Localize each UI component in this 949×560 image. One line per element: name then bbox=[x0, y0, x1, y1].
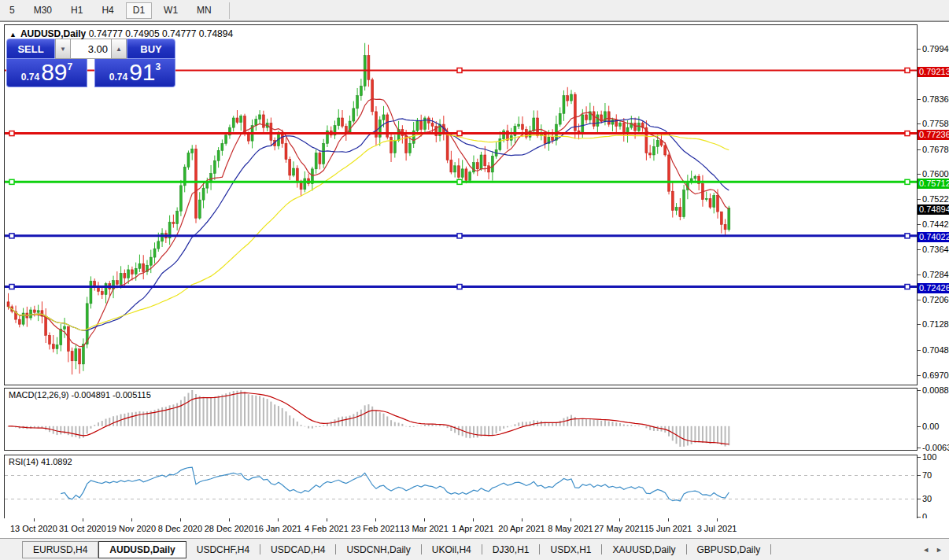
date-tick bbox=[229, 518, 230, 521]
date-axis: 13 Oct 202031 Oct 202019 Nov 20208 Dec 2… bbox=[0, 518, 949, 539]
ma-slow bbox=[9, 134, 729, 331]
price-tick-0.74420: 0.74420 bbox=[918, 219, 949, 230]
date-label-4-feb-2021: 4 Feb 2021 bbox=[305, 524, 349, 533]
date-tick bbox=[473, 518, 474, 521]
chart-symbol-label: AUDUSD,Daily bbox=[20, 28, 86, 39]
toolbar-separator bbox=[229, 2, 230, 19]
bid-pipette: 7 bbox=[68, 61, 73, 87]
price-tick-0.76780: 0.76780 bbox=[918, 145, 949, 155]
timeframe-button-w1[interactable]: W1 bbox=[157, 2, 185, 19]
tab-gbpusd-daily[interactable]: GBPUSD,Daily bbox=[687, 541, 771, 558]
tab-dj30-h1[interactable]: DJ30,H1 bbox=[482, 541, 540, 558]
volume-input[interactable] bbox=[71, 39, 111, 59]
price-badge-0.77236: 0.77236 bbox=[918, 130, 949, 140]
macd-axis-0.008871: 0.008871 bbox=[918, 385, 949, 396]
tab-scroll-right-icon[interactable]: ► bbox=[936, 546, 943, 554]
date-label-27-may-2021: 27 May 2021 bbox=[594, 524, 644, 533]
date-label-8-may-2021: 8 May 2021 bbox=[548, 524, 593, 533]
date-label-31-oct-2020: 31 Oct 2020 bbox=[59, 524, 106, 533]
price-tick-0.72060: 0.72060 bbox=[918, 295, 949, 305]
tab-scroll-left-icon[interactable]: ◄ bbox=[922, 546, 929, 554]
tab-usdx-h1[interactable]: USDX,H1 bbox=[540, 541, 601, 558]
hline-0.72426[interactable] bbox=[5, 285, 917, 289]
date-label-19-nov-2020: 19 Nov 2020 bbox=[107, 524, 156, 533]
date-tick bbox=[131, 518, 132, 521]
timeframe-button-m30[interactable]: M30 bbox=[27, 2, 59, 19]
price-badge-0.75712: 0.75712 bbox=[918, 179, 949, 189]
bid-prefix: 0.74 bbox=[21, 72, 39, 83]
ask-big-digits: 91 bbox=[129, 59, 155, 87]
bid-price-display[interactable]: 0.74 89 7 bbox=[6, 59, 87, 87]
chart-tab-bar: EURUSD,H4AUDUSD,DailyUSDCHF,H4USDCAD,H4U… bbox=[0, 538, 949, 560]
chart-title: ▲AUDUSD,Daily 0.74777 0.74905 0.74777 0.… bbox=[9, 28, 233, 39]
rsi-axis-30: 30 bbox=[918, 494, 949, 504]
candles bbox=[7, 43, 730, 375]
price-tick-0.71280: 0.71280 bbox=[918, 319, 949, 330]
volume-increase-button[interactable]: ▲ bbox=[111, 39, 127, 59]
date-label-3-jul-2021: 3 Jul 2021 bbox=[697, 524, 737, 533]
rsi-indicator-label: RSI(14) 41.0892 bbox=[9, 457, 72, 466]
price-tick-0.70480: 0.70480 bbox=[918, 345, 949, 356]
tab-separator bbox=[770, 544, 771, 554]
date-tick bbox=[375, 518, 376, 521]
current-price-badge: 0.74894 bbox=[918, 204, 949, 215]
date-label-15-jun-2021: 15 Jun 2021 bbox=[644, 524, 692, 533]
timeframe-toolbar: 5M30H1H4D1W1MN bbox=[0, 0, 949, 21]
date-tick bbox=[424, 518, 425, 521]
tab-ukoil-h4[interactable]: UKOil,H4 bbox=[422, 541, 482, 558]
hline-0.77236[interactable] bbox=[5, 131, 917, 136]
collapse-icon[interactable]: ▲ bbox=[9, 31, 17, 39]
price-tick-0.73640: 0.73640 bbox=[918, 245, 949, 255]
date-tick bbox=[571, 518, 571, 521]
hline-0.75712[interactable] bbox=[5, 179, 917, 184]
price-tick-0.77580: 0.77580 bbox=[918, 119, 949, 129]
tab-eurusd-h4[interactable]: EURUSD,H4 bbox=[22, 541, 98, 558]
timeframe-button-h4[interactable]: H4 bbox=[94, 2, 120, 19]
price-tick-0.78360: 0.78360 bbox=[918, 94, 949, 105]
trading-terminal: 5M30H1H4D1W1MN ▲AUDUSD,Daily 0.74777 0.7… bbox=[0, 0, 949, 560]
date-tick bbox=[180, 518, 181, 521]
ask-price-display[interactable]: 0.74 91 3 bbox=[94, 59, 175, 87]
timeframe-button-mn[interactable]: MN bbox=[190, 2, 219, 19]
date-tick bbox=[34, 518, 35, 521]
date-tick bbox=[619, 518, 620, 521]
price-badge-0.72426: 0.72426 bbox=[918, 283, 949, 293]
bid-big-digits: 89 bbox=[41, 59, 67, 87]
price-tick-0.79940: 0.79940 bbox=[918, 44, 949, 54]
date-tick bbox=[668, 518, 669, 521]
volume-decrease-button[interactable]: ▼ bbox=[55, 39, 71, 59]
date-tick bbox=[327, 518, 327, 521]
date-label-23-feb-2021: 23 Feb 2021 bbox=[351, 524, 400, 533]
rsi-axis-70: 70 bbox=[918, 470, 949, 481]
date-tick bbox=[278, 518, 279, 521]
tab-xauusd-daily[interactable]: XAUUSD,Daily bbox=[602, 541, 685, 558]
price-tick-0.69700: 0.69700 bbox=[918, 370, 949, 381]
timeframe-button-h1[interactable]: H1 bbox=[64, 2, 90, 19]
price-badge-0.79213: 0.79213 bbox=[918, 67, 949, 77]
price-badge-0.74022: 0.74022 bbox=[918, 232, 949, 242]
tab-usdcnh-daily[interactable]: USDCNH,Daily bbox=[336, 541, 420, 558]
macd-axis-0.00: 0.00 bbox=[918, 422, 949, 432]
date-label-13-oct-2020: 13 Oct 2020 bbox=[10, 524, 57, 533]
buy-button[interactable]: BUY bbox=[127, 39, 175, 59]
price-tick-0.72840: 0.72840 bbox=[918, 270, 949, 280]
rsi-axis-100: 100 bbox=[918, 452, 949, 462]
tab-usdcad-h4[interactable]: USDCAD,H4 bbox=[260, 541, 335, 558]
tab-audusd-daily[interactable]: AUDUSD,Daily bbox=[98, 541, 186, 558]
chart-window: ▲AUDUSD,Daily 0.74777 0.74905 0.74777 0.… bbox=[0, 21, 949, 538]
timeframe-button-d1[interactable]: D1 bbox=[126, 2, 152, 19]
one-click-trade-panel: SELL ▼ ▲ BUY 0.74 89 7 0.74 91 3 bbox=[6, 39, 175, 87]
date-tick bbox=[522, 518, 523, 521]
date-label-13-mar-2021: 13 Mar 2021 bbox=[400, 524, 449, 533]
date-label-28-dec-2020: 28 Dec 2020 bbox=[205, 524, 253, 533]
rsi-line bbox=[61, 467, 729, 501]
ask-pipette: 3 bbox=[156, 61, 161, 87]
tab-usdchf-h4[interactable]: USDCHF,H4 bbox=[186, 541, 260, 558]
timeframe-button-5[interactable]: 5 bbox=[2, 2, 22, 19]
date-label-8-dec-2020: 8 Dec 2020 bbox=[158, 524, 202, 533]
sell-button[interactable]: SELL bbox=[6, 39, 55, 59]
date-label-1-apr-2021: 1 Apr 2021 bbox=[452, 524, 493, 533]
price-scale: 0.799400.783600.775800.767800.760000.752… bbox=[918, 24, 949, 519]
rsi-plot[interactable] bbox=[4, 455, 918, 519]
hline-0.74022[interactable] bbox=[5, 234, 917, 238]
